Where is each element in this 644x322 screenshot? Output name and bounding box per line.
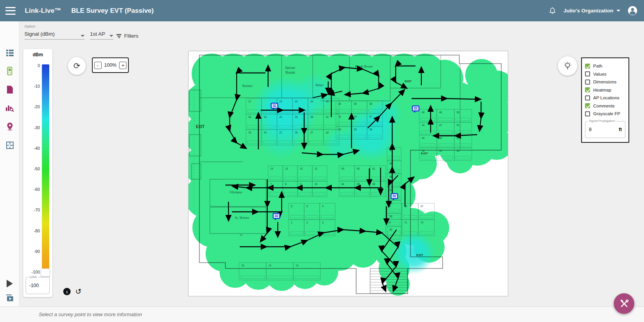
layer-label: Comments <box>593 104 615 108</box>
checkbox-unchecked-icon[interactable] <box>585 111 590 116</box>
dbm-scale-panel: dBm 0-10-20-30-40-50-60-70-80-90-100 Lim… <box>23 49 52 297</box>
layer-label: Path <box>593 64 602 68</box>
dbm-tick: -50 <box>28 166 40 171</box>
reset-view-button[interactable]: ↺ <box>75 288 81 295</box>
sidebar-item-floorplans[interactable] <box>0 138 19 152</box>
chevron-down-icon <box>616 10 620 12</box>
account-icon[interactable] <box>627 5 638 16</box>
layer-label: Values <box>593 72 606 76</box>
dbm-gradient-bar <box>42 64 49 276</box>
limit-field[interactable]: Limit -100 <box>26 277 50 294</box>
dbm-tick: -70 <box>28 208 40 212</box>
zoom-control: - 100% + <box>92 57 129 73</box>
info-button[interactable]: i <box>63 288 71 295</box>
limit-field-value: -100 <box>29 283 39 288</box>
signal-propagation-unit: ft <box>619 127 622 132</box>
zoom-out-button[interactable]: - <box>94 62 102 69</box>
layer-toggle-dimensions[interactable]: Dimensions <box>585 78 628 86</box>
signal-metric-select[interactable]: Signal (dBm) <box>24 31 85 40</box>
sidebar-item-locations[interactable] <box>0 120 19 134</box>
rotate-icon: ⟳ <box>73 61 80 71</box>
layer-toggle-values[interactable]: Values <box>585 70 628 78</box>
zoom-level: 100% <box>104 62 117 68</box>
lightbulb-icon <box>563 61 573 71</box>
checkbox-checked-icon[interactable] <box>585 103 590 108</box>
layer-toggle-heatmap[interactable]: Heatmap <box>585 86 628 94</box>
sidebar-item-units[interactable] <box>0 64 19 78</box>
list-icon <box>6 50 14 56</box>
legend-toggle-button[interactable] <box>558 56 577 76</box>
statusbar: Select a survey point to view more infor… <box>0 306 644 322</box>
floorplan-icon <box>6 142 14 149</box>
sidebar-item-dashboard[interactable] <box>0 46 19 60</box>
chevron-down-icon <box>81 35 85 37</box>
topbar: Link-Live™ BLE Survey EVT (Passive) Juli… <box>0 0 644 21</box>
app-root: Link-Live™ BLE Survey EVT (Passive) Juli… <box>0 0 644 322</box>
dbm-tick: -60 <box>28 187 40 192</box>
zoom-in-button[interactable]: + <box>119 62 126 69</box>
statusbar-message: Select a survey point to view more infor… <box>39 312 142 317</box>
menu-icon[interactable] <box>5 7 16 15</box>
tools-icon <box>620 299 629 308</box>
dbm-scale-title: dBm <box>23 52 52 57</box>
signal-propagation-label: Signal Propagation <box>588 119 616 123</box>
layer-label: AP Locations <box>593 95 620 100</box>
layer-label: Grayscale FP <box>593 111 620 116</box>
ap-select-value: 1st AP <box>90 31 105 37</box>
checkbox-unchecked-icon[interactable] <box>585 80 590 85</box>
layer-toggle-grayscale-fp[interactable]: Grayscale FP <box>585 110 628 118</box>
signal-propagation-value: 8 <box>589 127 592 132</box>
filter-icon <box>116 34 121 38</box>
device-icon <box>6 67 13 75</box>
dbm-tick: 0 <box>28 63 40 68</box>
page-title: BLE Survey EVT (Passive) <box>71 7 154 15</box>
dbm-tick: -90 <box>28 249 40 254</box>
limit-field-label: Limit <box>28 275 38 279</box>
option-label: Option <box>24 24 35 28</box>
layers-panel: PathValuesDimensionsHeatmapAP LocationsC… <box>581 57 629 143</box>
signal-metric-value: Signal (dBm) <box>24 31 55 37</box>
dbm-tick: -100 <box>28 270 40 274</box>
chevron-down-icon <box>109 35 113 37</box>
sidebar-item-analysis[interactable] <box>0 101 19 115</box>
dbm-limit-slider-handle[interactable] <box>41 268 50 277</box>
svg-text:67: 67 <box>421 205 424 208</box>
checkbox-unchecked-icon[interactable] <box>585 71 590 76</box>
filters-label: Filters <box>124 33 138 39</box>
ap-select[interactable]: 1st AP <box>90 31 113 40</box>
floorplan-heatmap[interactable]: 1723242930181922252831152021262732303536… <box>188 51 508 296</box>
dbm-tick: -80 <box>28 229 40 233</box>
dbm-tick: -10 <box>28 84 40 88</box>
layer-label: Dimensions <box>593 80 616 84</box>
chart-search-icon <box>6 104 14 112</box>
organization-selector[interactable]: Julio's Organization <box>564 8 620 14</box>
organization-name: Julio's Organization <box>564 8 613 14</box>
filters-button[interactable]: Filters <box>116 33 138 39</box>
sidebar-item-results[interactable] <box>0 83 19 97</box>
checkbox-unchecked-icon[interactable] <box>585 95 590 100</box>
layer-label: Heatmap <box>593 88 611 92</box>
document-icon <box>7 86 13 93</box>
play-icon <box>6 279 14 288</box>
sidebar-item-play[interactable] <box>0 277 19 291</box>
layer-toggle-comments[interactable]: Comments <box>585 102 628 110</box>
video-library-icon <box>6 294 14 302</box>
sidebar-item-tutorials[interactable] <box>0 291 19 305</box>
dbm-tick: -30 <box>28 125 40 130</box>
layer-toggle-ap-locations[interactable]: AP Locations <box>585 94 628 102</box>
signal-propagation-field[interactable]: Signal Propagation 8 ft <box>585 121 625 138</box>
checkbox-checked-icon[interactable] <box>585 87 590 92</box>
dbm-tick: -20 <box>28 104 40 109</box>
tools-fab[interactable] <box>614 293 634 314</box>
location-pin-icon <box>7 123 13 131</box>
dbm-tick: -40 <box>28 146 40 151</box>
notifications-bell-icon[interactable] <box>548 7 557 15</box>
brand-logo: Link-Live™ <box>25 7 61 15</box>
layer-toggle-path[interactable]: Path <box>585 62 628 70</box>
checkbox-checked-icon[interactable] <box>585 64 590 69</box>
sidebar: ? <box>0 21 19 306</box>
rotate-button[interactable]: ⟳ <box>68 57 86 75</box>
